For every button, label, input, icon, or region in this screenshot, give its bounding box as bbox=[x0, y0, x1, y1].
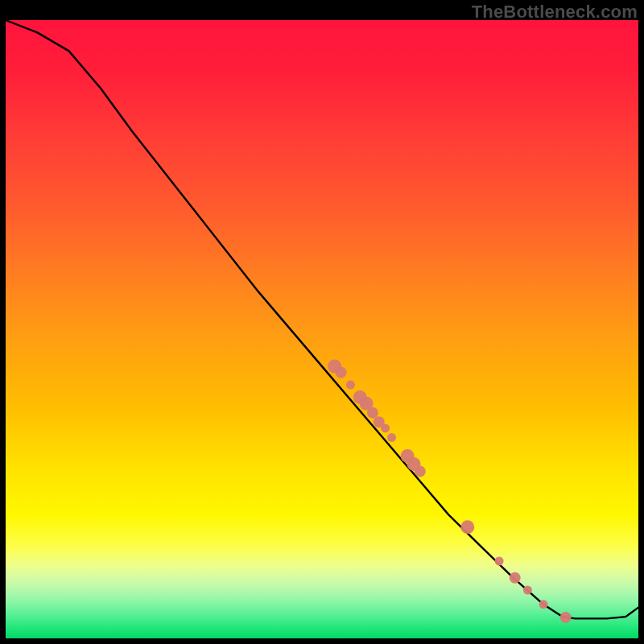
scatter-point bbox=[367, 407, 378, 419]
scatter-point bbox=[346, 381, 355, 390]
bottleneck-curve bbox=[6, 20, 638, 618]
watermark-text: TheBottleneck.com bbox=[472, 2, 638, 23]
scatter-point bbox=[539, 600, 548, 609]
scatter-point bbox=[336, 367, 347, 378]
scatter-point bbox=[381, 423, 390, 432]
scatter-point bbox=[460, 520, 474, 534]
scatter-point bbox=[560, 612, 572, 623]
scatter-point bbox=[415, 466, 426, 477]
chart-plot-area bbox=[6, 20, 638, 638]
scatter-point bbox=[495, 557, 504, 566]
scatter-point bbox=[387, 433, 396, 442]
scatter-point bbox=[523, 586, 532, 595]
chart-frame: TheBottleneck.com bbox=[0, 0, 644, 644]
scatter-point bbox=[510, 572, 521, 584]
scatter-dots bbox=[328, 360, 571, 623]
chart-overlay bbox=[6, 20, 638, 638]
